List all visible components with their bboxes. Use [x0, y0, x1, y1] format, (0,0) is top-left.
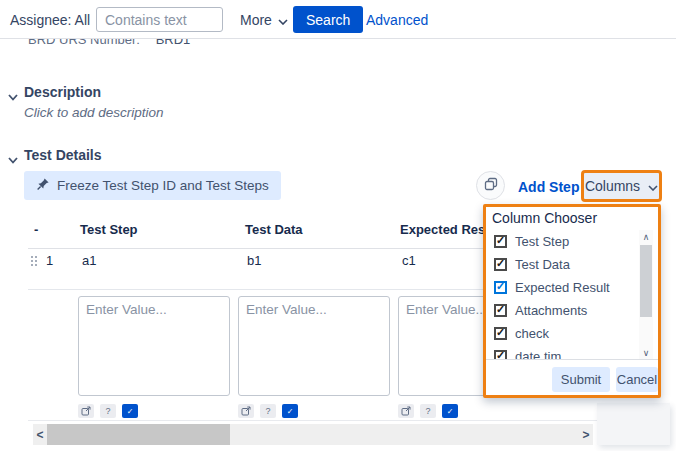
chooser-scroll-down-icon[interactable]: ∨ [639, 346, 653, 359]
scroll-left-icon[interactable]: < [33, 424, 47, 445]
expected-result-input-toolbar: ? ✓ [398, 404, 458, 418]
search-input[interactable] [96, 7, 223, 32]
column-chooser-title: Column Chooser [492, 210, 597, 226]
freeze-steps-label: Freeze Test Step ID and Test Steps [57, 178, 269, 193]
submit-button[interactable]: Submit [552, 367, 610, 392]
wiki-markup-icon[interactable] [398, 404, 414, 418]
assignee-dropdown[interactable]: Assignee: All [10, 12, 106, 28]
copy-steps-button[interactable] [476, 171, 505, 200]
search-button[interactable]: Search [293, 6, 363, 33]
horizontal-scrollbar-thumb[interactable] [47, 424, 230, 445]
test-step-input-toolbar: ? ✓ [78, 404, 138, 418]
add-step-label: Add Step [518, 179, 579, 195]
checkbox-checked-icon[interactable]: ✓ [494, 235, 507, 248]
row-drag-handle-icon[interactable] [31, 256, 33, 258]
row-index: 1 [46, 253, 53, 268]
field-row: BRD URS Number: BRD1 [28, 39, 348, 50]
checkbox-checked-focused-icon[interactable]: ✓ [494, 281, 507, 294]
column-chooser-panel: Column Chooser ✓ Test Step ✓ Test Data ✓… [483, 204, 661, 398]
chooser-footer-divider [486, 359, 658, 360]
columns-dropdown-button-highlight: Columns [581, 170, 662, 202]
test-details-collapse-icon[interactable] [8, 150, 18, 168]
checkbox-checked-icon[interactable]: ✓ [494, 304, 507, 317]
chooser-scrollbar-thumb[interactable] [640, 245, 652, 317]
chooser-scrollbar-track[interactable]: ∧ ∨ [639, 230, 653, 359]
new-step-test-data-input[interactable] [238, 296, 390, 396]
checkbox-checked-icon[interactable]: ✓ [494, 350, 507, 359]
checked-toggle-icon[interactable]: ✓ [442, 404, 458, 418]
description-collapse-icon[interactable] [8, 87, 18, 105]
add-step-link[interactable]: Add Step ↓ [518, 179, 586, 195]
help-icon[interactable]: ? [260, 404, 276, 418]
description-section-title[interactable]: Description [24, 84, 101, 100]
pin-icon [36, 177, 50, 194]
col-header-dash: - [34, 222, 38, 237]
more-dropdown[interactable]: More [240, 12, 288, 28]
column-option-test-step[interactable]: ✓ Test Step [486, 230, 636, 253]
cell-expected-result[interactable]: c1 [402, 253, 416, 268]
cell-test-data[interactable]: b1 [247, 253, 261, 268]
more-label: More [240, 12, 272, 28]
help-icon[interactable]: ? [100, 404, 116, 418]
chooser-scroll-up-icon[interactable]: ∧ [639, 230, 653, 243]
checked-toggle-icon[interactable]: ✓ [122, 404, 138, 418]
cell-test-step[interactable]: a1 [82, 253, 96, 268]
field-value: BRD1 [156, 39, 191, 47]
col-header-test-step: Test Step [80, 222, 138, 237]
column-option-test-data[interactable]: ✓ Test Data [486, 253, 636, 276]
test-details-section-title[interactable]: Test Details [24, 147, 102, 163]
wiki-markup-icon[interactable] [238, 404, 254, 418]
chevron-down-icon [648, 177, 658, 195]
table-bottom-divider [28, 420, 660, 421]
checkbox-checked-icon[interactable]: ✓ [494, 258, 507, 271]
col-header-test-data: Test Data [245, 222, 303, 237]
advanced-link[interactable]: Advanced [366, 12, 428, 28]
scroll-right-icon[interactable]: > [579, 424, 593, 445]
freeze-steps-button[interactable]: Freeze Test Step ID and Test Steps [24, 171, 281, 200]
description-placeholder[interactable]: Click to add description [24, 105, 164, 120]
wiki-markup-icon[interactable] [78, 404, 94, 418]
field-label: BRD URS Number: [28, 39, 152, 47]
checked-toggle-icon[interactable]: ✓ [282, 404, 298, 418]
column-option-date-tim[interactable]: ✓ date tim [486, 345, 636, 359]
dropdown-footer-block [597, 403, 670, 445]
column-option-expected-result[interactable]: ✓ Expected Result [486, 276, 636, 299]
column-option-list: ✓ Test Step ✓ Test Data ✓ Expected Resul… [486, 230, 636, 359]
assignee-label: Assignee: All [10, 12, 90, 28]
column-option-attachments[interactable]: ✓ Attachments [486, 299, 636, 322]
chevron-down-icon [278, 12, 288, 28]
page: Assignee: All More Search Advanced BRD U… [0, 0, 676, 451]
column-option-check[interactable]: ✓ check [486, 322, 636, 345]
copy-icon [484, 177, 498, 194]
columns-dropdown-button[interactable]: Columns [585, 178, 640, 194]
cancel-button[interactable]: Cancel [616, 367, 658, 392]
test-data-input-toolbar: ? ✓ [238, 404, 298, 418]
help-icon[interactable]: ? [420, 404, 436, 418]
new-step-test-step-input[interactable] [78, 296, 230, 396]
checkbox-checked-icon[interactable]: ✓ [494, 327, 507, 340]
